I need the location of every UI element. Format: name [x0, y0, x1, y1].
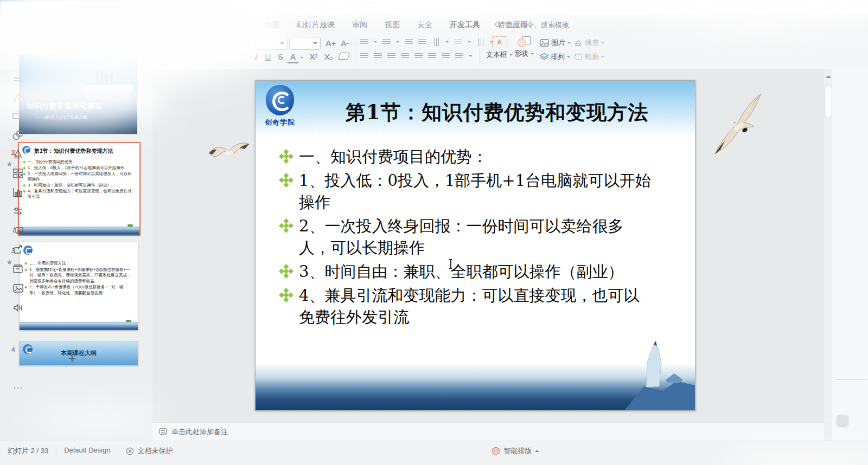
slide-bullet[interactable]: 4、兼具引流和变现能力：可以直接变现，也可以免费往外发引流 — [279, 285, 655, 328]
slide-bullet[interactable]: 2、一次投入终身回报：一份时间可以卖给很多人，可以长期操作 — [279, 215, 655, 259]
font-color-button[interactable]: A — [288, 51, 298, 63]
bullet-list-icon[interactable] — [360, 39, 368, 45]
outline-button[interactable]: 轮廓 — [574, 52, 604, 62]
distribute-icon[interactable] — [414, 53, 423, 59]
shapes-button[interactable]: 形状 — [514, 36, 534, 59]
smart-layout-button[interactable]: 智能排版 — [484, 441, 547, 456]
logo-c-icon — [266, 85, 294, 115]
increase-indent-icon[interactable] — [418, 39, 426, 45]
italic-button[interactable]: I — [251, 51, 261, 62]
slide-thumbnail-3[interactable]: 二、常用的变现方法： 1、朋友圈转化+直播课程+录播课程+QQ/微信群服务+一对… — [19, 242, 138, 331]
slide-iceberg-graphic — [614, 340, 695, 410]
scrollbar-down-button[interactable] — [837, 415, 848, 425]
image-tools-icon[interactable] — [10, 223, 26, 238]
space-after-icon[interactable] — [455, 53, 463, 59]
menu-tab-view[interactable]: 视图 — [380, 18, 405, 32]
search-icon — [495, 21, 502, 29]
menu-tab-security[interactable]: 安全 — [412, 18, 437, 32]
font-color-dropdown-arrow[interactable] — [300, 57, 303, 60]
slide-editor[interactable]: 创奇学院 第1节：知识付费优势和变现方法 一、知识付费项目的优势： 1、投入低：… — [255, 80, 695, 411]
underline-button[interactable]: U — [263, 51, 273, 62]
text-direction-arrow[interactable] — [445, 41, 449, 44]
picture-arrow — [567, 42, 571, 46]
align-left-icon[interactable] — [360, 53, 368, 59]
seagull-left — [208, 139, 250, 165]
menu-tab-devtools[interactable]: 开发工具 — [445, 18, 485, 32]
grow-font-button[interactable]: A+ — [324, 37, 337, 49]
sidebar-more-icon[interactable] — [10, 380, 26, 396]
numbered-list-arrow[interactable] — [396, 41, 399, 44]
slide-thumbnail-1[interactable]: 知识付费引流转化课程 ——0到月入3-5万实战步骤 — [19, 55, 137, 134]
scrollbar-up-arrow[interactable] — [826, 73, 831, 78]
canvas-scrollbar[interactable] — [824, 69, 832, 422]
picture-button[interactable]: 图片 — [540, 38, 571, 48]
slide-bullet[interactable]: 3、时间自由：兼职、全职都可以操作（副业） — [279, 261, 655, 282]
shapes-icon — [518, 36, 531, 47]
space-before-icon[interactable] — [442, 53, 450, 59]
paragraph-layout-icon[interactable] — [454, 39, 462, 45]
thumb3-footer-band — [20, 322, 138, 330]
slide-bullet[interactable]: 一、知识付费项目的优势： — [279, 146, 655, 167]
picture-label: 图片 — [551, 38, 565, 48]
shape-merge-icon[interactable] — [10, 128, 26, 143]
arrange-button[interactable]: 排列 — [540, 52, 570, 62]
title-bar — [0, 0, 868, 15]
slide-bullet[interactable]: 1、投入低：0投入，1部手机+1台电脑就可以开始操作 — [279, 170, 655, 213]
ribbon-group-separator — [480, 37, 480, 64]
chart-icon[interactable] — [10, 185, 26, 200]
notes-bar[interactable]: 单击此处添加备注 — [152, 422, 824, 441]
status-bar: 幻灯片 2 / 33 Default Design 文档未保护 智能排版 — [0, 441, 868, 465]
archive-box-icon[interactable] — [10, 261, 26, 276]
bullet-list-arrow[interactable] — [374, 41, 377, 44]
audio-speaker-icon[interactable] — [10, 300, 26, 315]
font-size-combobox[interactable] — [289, 37, 321, 50]
arrange-label: 排列 — [551, 52, 565, 62]
line-spacing-icon[interactable] — [428, 53, 436, 59]
decrease-indent-icon[interactable] — [405, 39, 413, 45]
diamond-shape — [284, 223, 289, 229]
text-box-icon: A — [492, 36, 507, 48]
share-export-icon[interactable] — [10, 242, 26, 257]
picture-insert-icon[interactable] — [10, 281, 26, 296]
align-center-icon[interactable] — [374, 53, 382, 59]
menu-tab-animation[interactable]: 动画 — [259, 18, 284, 32]
slide-content-placeholder[interactable]: 一、知识付费项目的优势： 1、投入低：0投入，1部手机+1台电脑就可以开始操作 … — [279, 146, 655, 330]
spacing-arrow[interactable] — [469, 55, 472, 59]
smart-layout-collapse-arrow[interactable] — [535, 448, 539, 452]
slide-title-text[interactable]: 第1节：知识付费优势和变现方法 — [310, 99, 684, 126]
text-box-label: 文本框 — [486, 50, 507, 60]
sidebar-menu-icon[interactable] — [10, 72, 26, 87]
thumb2-bullet-list: 一、知识付费项目的优势： 1、投入低：0投入，1部手机+1台电脑就可以开始操作 … — [23, 159, 135, 200]
shrink-font-button[interactable]: A- — [339, 37, 352, 49]
scrollbar-thumb[interactable] — [825, 86, 832, 118]
align-right-icon[interactable] — [387, 53, 395, 59]
text-box-button[interactable]: A 文本框 — [486, 36, 513, 60]
subscript-button[interactable]: X₂ — [322, 51, 336, 62]
text-direction-icon[interactable] — [433, 38, 439, 46]
document-protection-button[interactable]: 文档未保护 — [118, 441, 180, 456]
superscript-button[interactable]: X² — [307, 51, 321, 62]
menu-tab-review[interactable]: 审阅 — [347, 18, 372, 32]
paragraph-layout-arrow[interactable] — [468, 41, 471, 44]
diamond-shape — [284, 154, 289, 159]
bullet-diamond-icon — [280, 220, 292, 232]
slide-transition-icon[interactable] — [10, 108, 26, 124]
fill-button[interactable]: 填充 — [574, 38, 604, 48]
numbered-list-icon[interactable] — [382, 39, 391, 45]
add-slide-button[interactable]: + — [64, 352, 80, 366]
wordart-icon[interactable] — [10, 147, 26, 162]
effects-magic-icon[interactable] — [10, 89, 26, 105]
font-name-combobox[interactable] — [255, 37, 288, 50]
design-name-button[interactable]: Default Design — [56, 441, 118, 454]
bullet-diamond-icon — [280, 151, 292, 163]
text-cursor-ibeam — [448, 259, 453, 269]
command-search[interactable]: 查找命令、搜索模板 — [495, 19, 569, 31]
menu-tab-slideshow[interactable]: 幻灯片放映 — [292, 18, 340, 32]
text-anchor-icon[interactable] — [477, 38, 483, 46]
strikethrough-button[interactable]: S — [275, 51, 286, 62]
thumb2-footer-band — [19, 227, 139, 235]
adjust-sliders-icon[interactable] — [10, 204, 26, 219]
slide-thumbnail-2-selected[interactable]: 第1节：知识付费优势和变现方法 一、知识付费项目的优势： 1、投入低：0投入，1… — [18, 142, 141, 236]
justify-icon[interactable] — [401, 53, 409, 59]
slide-layout-icon[interactable] — [10, 166, 26, 181]
